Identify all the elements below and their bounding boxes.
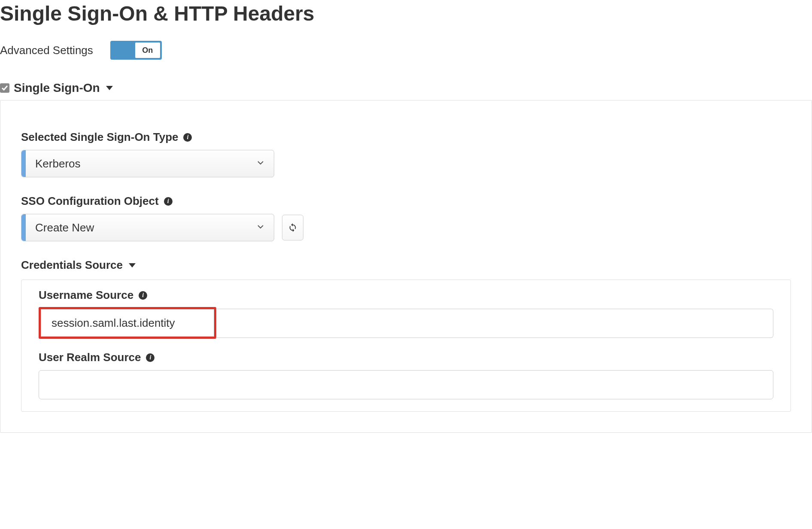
credentials-panel: Username Source i User Realm Source i xyxy=(21,280,791,412)
chevron-down-icon xyxy=(247,223,274,232)
refresh-icon xyxy=(288,223,297,232)
credentials-source-title: Credentials Source xyxy=(21,258,123,272)
toggle-state-label: On xyxy=(135,43,160,58)
info-icon[interactable]: i xyxy=(139,291,147,300)
refresh-button[interactable] xyxy=(282,215,303,240)
sso-section-header[interactable]: Single Sign-On xyxy=(0,81,812,95)
sso-type-field: Selected Single Sign-On Type i Kerberos xyxy=(21,131,791,177)
sso-type-label: Selected Single Sign-On Type xyxy=(21,131,178,144)
sso-config-field: SSO Configuration Object i Create New xyxy=(21,195,791,241)
user-realm-field: User Realm Source i xyxy=(39,351,773,399)
caret-down-icon xyxy=(129,263,136,268)
credentials-source-header[interactable]: Credentials Source xyxy=(21,258,791,272)
sso-config-select[interactable]: Create New xyxy=(21,214,274,241)
info-icon[interactable]: i xyxy=(183,133,192,142)
advanced-settings-label: Advanced Settings xyxy=(0,44,93,57)
user-realm-label: User Realm Source xyxy=(39,351,141,364)
user-realm-input[interactable] xyxy=(39,370,773,399)
username-source-input[interactable] xyxy=(41,309,214,337)
chevron-down-icon xyxy=(247,159,274,168)
sso-section-title: Single Sign-On xyxy=(14,81,100,95)
sso-config-label: SSO Configuration Object xyxy=(21,195,159,208)
sso-checkbox[interactable] xyxy=(0,83,9,93)
username-source-label: Username Source xyxy=(39,289,133,302)
input-border-extension xyxy=(216,309,773,338)
sso-type-value: Kerberos xyxy=(26,157,247,170)
info-icon[interactable]: i xyxy=(164,197,173,206)
advanced-settings-toggle[interactable]: On xyxy=(110,41,162,60)
advanced-settings-row: Advanced Settings On xyxy=(0,41,812,60)
page-title: Single Sign-On & HTTP Headers xyxy=(0,2,812,25)
username-highlight xyxy=(39,307,216,339)
credentials-source-section: Credentials Source Username Source i U xyxy=(21,258,791,412)
sso-type-select[interactable]: Kerberos xyxy=(21,150,274,177)
sso-panel: Selected Single Sign-On Type i Kerberos … xyxy=(0,100,812,433)
sso-config-value: Create New xyxy=(26,221,247,234)
username-source-field: Username Source i xyxy=(39,289,773,339)
caret-down-icon xyxy=(106,86,113,90)
info-icon[interactable]: i xyxy=(146,353,155,362)
